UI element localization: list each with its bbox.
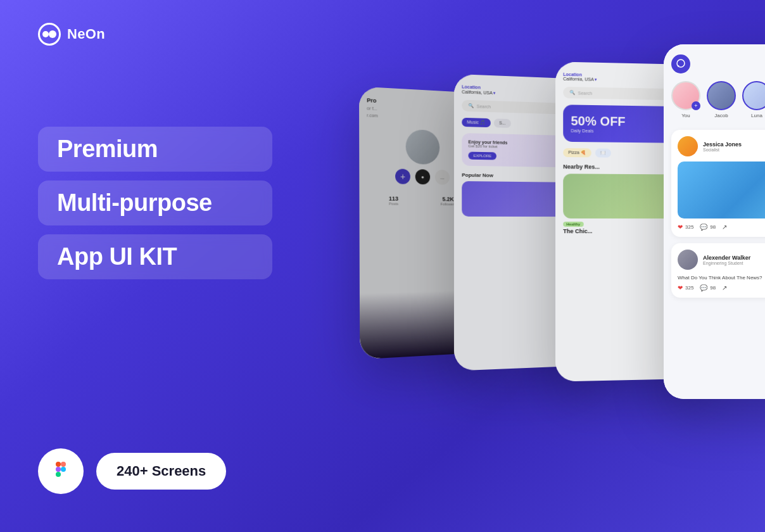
p4-jessica-likes[interactable]: ❤ 325	[678, 224, 693, 231]
screens-badge: 240+ Screens	[96, 453, 226, 490]
p2-tag-other[interactable]: S...	[494, 118, 511, 128]
p4-alexender-avatar	[678, 250, 698, 270]
p1-avatar	[405, 129, 439, 165]
logo-icon	[38, 23, 61, 46]
p4-alexender-info: Alexender Walker Enginnering Student	[703, 255, 750, 265]
svg-rect-3	[56, 472, 61, 477]
hero-line-2: Multi-purpose	[38, 180, 272, 225]
hero-line-1: Premium	[38, 127, 272, 172]
p4-app-icon	[671, 54, 690, 73]
svg-rect-2	[56, 467, 61, 472]
share-icon: ↗	[722, 224, 727, 231]
screens-label: 240+ Screens	[117, 463, 206, 479]
svg-point-4	[61, 467, 66, 472]
p4-jessica-info: Jessica Jones Socialist	[703, 141, 742, 152]
p4-header	[671, 54, 765, 73]
p4-alexender-name: Alexender Walker	[703, 255, 750, 261]
p4-story-luna[interactable]: Luna	[742, 81, 765, 118]
p1-brand-btn[interactable]: ●	[415, 169, 431, 184]
p4-story-you[interactable]: + You	[671, 81, 700, 118]
figma-logo-svg	[51, 459, 71, 479]
story-name-luna: Luna	[751, 113, 762, 118]
p3-cat-pizza[interactable]: Pizza 🍕	[563, 148, 591, 158]
p4-alexender-comments[interactable]: 💬 98	[700, 284, 716, 291]
heart-icon-2: ❤	[678, 284, 683, 291]
story-add-btn[interactable]: +	[692, 101, 700, 110]
comment-icon-2: 💬	[700, 284, 707, 291]
story-name-jacob: Jacob	[714, 113, 728, 118]
logo: NeOn	[38, 23, 105, 46]
bottom-section: 240+ Screens	[38, 448, 226, 494]
p4-post-alexender: Alexender Walker Enginnering Student Wha…	[671, 243, 765, 298]
p1-more-btn[interactable]: ...	[435, 170, 450, 185]
p3-healthy-badge: Healthy	[563, 222, 583, 227]
brand-name: NeOn	[67, 26, 105, 42]
p4-post-header-jessica: Jessica Jones Socialist	[678, 136, 765, 156]
p4-alexender-likes[interactable]: ❤ 325	[678, 284, 693, 291]
p4-post-jessica: Jessica Jones Socialist ❤ 325 💬 98	[671, 130, 765, 237]
phone-social: + You Jacob Luna John	[664, 44, 765, 399]
p4-jessica-sub: Socialist	[703, 148, 742, 152]
p4-stories: + You Jacob Luna John	[671, 81, 765, 121]
p4-jessica-post-img	[678, 162, 765, 218]
p4-jessica-comments[interactable]: 💬 98	[700, 224, 716, 231]
hero-line-3: App UI KIT	[38, 234, 272, 279]
search-icon-2: 🔍	[569, 90, 575, 95]
p4-story-jacob[interactable]: Jacob	[707, 81, 736, 118]
p1-posts-stat: 113 Posts	[389, 196, 398, 206]
p4-alexender-actions: ❤ 325 💬 98 ↗	[678, 284, 765, 291]
figma-icon	[51, 459, 71, 484]
hero-section: Premium Multi-purpose App UI KIT	[38, 127, 272, 279]
comment-icon: 💬	[700, 224, 707, 231]
p4-post-header-alexender: Alexender Walker Enginnering Student	[678, 250, 765, 270]
search-icon: 🔍	[468, 103, 474, 108]
phone-social-screen: + You Jacob Luna John	[664, 44, 765, 399]
p4-jessica-name: Jessica Jones	[703, 141, 742, 148]
p4-jessica-avatar	[678, 136, 698, 156]
p3-cat-other: 🍽️	[595, 148, 611, 157]
story-avatar-jacob	[707, 81, 736, 110]
story-name-you: You	[681, 113, 690, 118]
p4-alexender-text: What Do You Think About The News?	[678, 275, 765, 281]
p2-explore-btn[interactable]: EXPLORE	[468, 152, 496, 160]
p4-jessica-share[interactable]: ↗	[722, 224, 727, 231]
figma-icon-badge	[38, 448, 84, 494]
heart-icon: ❤	[678, 224, 683, 231]
svg-rect-0	[56, 462, 61, 467]
p4-alexender-sub: Enginnering Student	[703, 261, 750, 265]
p4-alexender-share[interactable]: ↗	[722, 284, 727, 291]
p2-tag-music[interactable]: Music 🎵	[462, 118, 491, 127]
svg-rect-1	[61, 462, 66, 467]
share-icon-2: ↗	[722, 284, 727, 291]
phones-container: Pro or f... r.com + ● ... 113 Posts 5.2K…	[265, 0, 765, 532]
chat-icon	[676, 59, 686, 69]
story-avatar-luna	[742, 81, 765, 110]
p4-jessica-actions: ❤ 325 💬 98 ↗	[678, 224, 765, 231]
p1-add-btn[interactable]: +	[395, 168, 410, 184]
